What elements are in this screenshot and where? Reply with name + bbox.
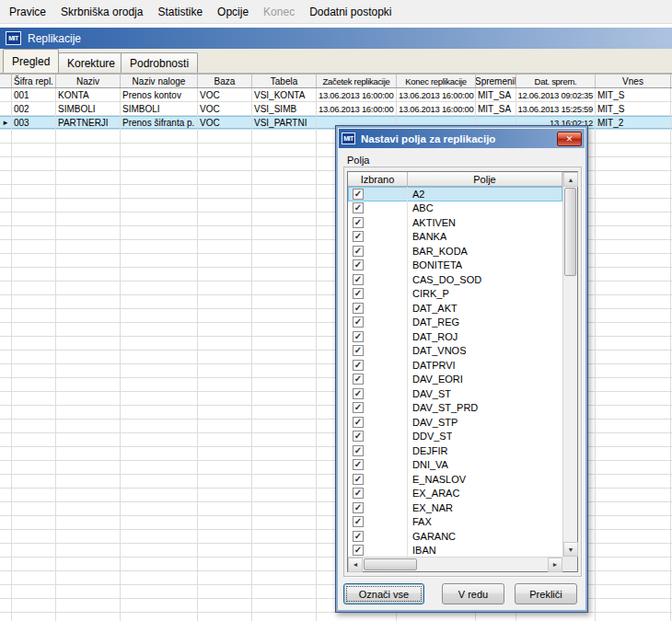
table-cell[interactable]: 003	[12, 116, 56, 129]
field-name[interactable]: DAT_AKT	[408, 303, 458, 314]
field-checkbox[interactable]: ✓	[353, 402, 364, 413]
field-name[interactable]: A2	[408, 189, 424, 200]
field-name[interactable]: DAT_VNOS	[408, 345, 466, 356]
field-name[interactable]: DAT_ROJ	[408, 331, 458, 342]
column-header-naziv[interactable]: Naziv	[56, 75, 121, 87]
field-checkbox[interactable]: ✓	[353, 417, 364, 428]
table-cell[interactable]: VSI_SIMB	[252, 102, 317, 115]
window-title-bar[interactable]: MIT Replikacije	[0, 28, 672, 49]
table-cell[interactable]: Prenos šifranta p.	[121, 116, 198, 129]
field-checkbox[interactable]: ✓	[353, 331, 364, 342]
button-označi-vse[interactable]: Označi vse	[343, 583, 424, 604]
column-header-začetek-replikacije[interactable]: Začetek replikacije	[317, 75, 397, 87]
field-row-abc[interactable]: ✓ABC	[348, 201, 562, 216]
field-row-bar-koda[interactable]: ✓BAR_KODA	[348, 244, 562, 259]
field-row-dat-vnos[interactable]: ✓DAT_VNOS	[348, 344, 562, 359]
field-checkbox[interactable]: ✓	[353, 516, 364, 527]
field-name[interactable]: CAS_DO_SOD	[408, 274, 481, 285]
field-checkbox[interactable]: ✓	[353, 202, 364, 213]
dialog-title-bar[interactable]: MIT Nastavi polja za replikacijo ✕	[339, 129, 585, 148]
field-checkbox[interactable]: ✓	[353, 246, 364, 257]
close-button[interactable]: ✕	[557, 132, 582, 146]
column-header-naziv-naloge[interactable]: Naziv naloge	[121, 75, 198, 87]
field-checkbox[interactable]: ✓	[353, 345, 364, 356]
table-cell[interactable]: MIT_SA	[476, 88, 516, 101]
table-cell[interactable]: PARTNERJI	[56, 116, 121, 129]
column-header-selector[interactable]	[0, 75, 12, 87]
field-row-dat-roj[interactable]: ✓DAT_ROJ	[348, 329, 562, 344]
field-checkbox[interactable]: ✓	[353, 303, 364, 314]
scroll-right-button[interactable]: ►	[548, 558, 562, 572]
field-row-ex-nar[interactable]: ✓EX_NAR	[348, 500, 562, 515]
menu-statistike[interactable]: Statistike	[150, 2, 210, 22]
column-header-dat-sprem-[interactable]: Dat. sprem.	[516, 75, 596, 87]
vertical-scrollbar[interactable]: ▲ ▼	[562, 172, 577, 557]
table-cell[interactable]: 13.06.2013 16:00:00	[317, 88, 397, 101]
table-cell[interactable]: SIMBOLI	[56, 102, 121, 115]
field-checkbox[interactable]: ✓	[353, 388, 364, 399]
field-row-dav-st-prd[interactable]: ✓DAV_ST_PRD	[348, 401, 562, 416]
table-cell[interactable]: 001	[12, 88, 56, 101]
field-name[interactable]: AKTIVEN	[408, 217, 456, 228]
vertical-scrollbar-thumb[interactable]	[564, 188, 576, 276]
field-row-ex-arac[interactable]: ✓EX_ARAC	[348, 487, 562, 501]
button-v-redu[interactable]: V redu	[442, 583, 504, 604]
scroll-left-button[interactable]: ◄	[348, 558, 363, 572]
column-header-baza[interactable]: Baza	[198, 75, 252, 87]
field-name[interactable]: DAT_REG	[408, 316, 459, 328]
field-name[interactable]: DATPRVI	[408, 360, 456, 371]
field-row-dav-st[interactable]: ✓DAV_ST	[348, 386, 562, 401]
field-row-banka[interactable]: ✓BANKA	[348, 230, 562, 245]
table-cell[interactable]: SIMBOLI	[121, 102, 198, 115]
table-cell[interactable]: 002	[12, 102, 56, 115]
field-checkbox[interactable]: ✓	[353, 445, 364, 456]
field-row-e-naslov[interactable]: ✓E_NASLOV	[348, 472, 562, 487]
horizontal-scrollbar-thumb[interactable]	[364, 558, 417, 570]
field-name[interactable]: GARANC	[408, 531, 456, 542]
field-row-boniteta[interactable]: ✓BONITETA	[348, 259, 562, 273]
field-name[interactable]: DNI_VA	[408, 459, 448, 470]
field-name[interactable]: IBAN	[408, 545, 436, 556]
menu-skrbniška-orodja[interactable]: Skrbniška orodja	[53, 2, 150, 22]
column-header-konec-replikacije[interactable]: Konec replikacije	[397, 75, 476, 87]
field-row-dni-va[interactable]: ✓DNI_VA	[348, 458, 562, 473]
table-cell[interactable]: 12.06.2013 09:02:35	[516, 88, 596, 101]
field-checkbox[interactable]: ✓	[353, 217, 364, 228]
field-row-cas-do-sod[interactable]: ✓CAS_DO_SOD	[348, 272, 562, 287]
field-name[interactable]: DAV_ST	[408, 388, 451, 399]
column-header-vnes[interactable]: Vnes	[596, 75, 671, 87]
field-name[interactable]: DAV_EORI	[408, 374, 463, 385]
field-checkbox[interactable]: ✓	[353, 360, 364, 371]
field-row-dat-reg[interactable]: ✓DAT_REG	[348, 316, 562, 330]
field-checkbox[interactable]: ✓	[353, 316, 364, 328]
field-checkbox[interactable]: ✓	[353, 502, 364, 513]
table-cell[interactable]: VSI_KONTA	[252, 88, 317, 101]
field-name[interactable]: CIRK_P	[408, 288, 449, 299]
row-selector-cell[interactable]	[0, 88, 12, 101]
field-name[interactable]: BANKA	[408, 231, 446, 242]
table-cell[interactable]: 13.06.2013 15:25:59	[516, 102, 596, 115]
tab-pregled[interactable]: Pregled	[3, 49, 59, 73]
field-row-garanc[interactable]: ✓GARANC	[348, 529, 562, 544]
table-cell[interactable]: 13.06.2013 16:00:00	[397, 102, 476, 115]
field-checkbox[interactable]: ✓	[353, 374, 364, 385]
menu-pravice[interactable]: Pravice	[2, 2, 53, 22]
field-checkbox[interactable]: ✓	[353, 231, 364, 242]
field-row-cirk-p[interactable]: ✓CIRK_P	[348, 287, 562, 302]
field-name[interactable]: DEJFIR	[408, 445, 448, 456]
table-cell[interactable]: MIT_S	[596, 88, 671, 101]
field-row-datprvi[interactable]: ✓DATPRVI	[348, 358, 562, 373]
scroll-down-button[interactable]: ▼	[563, 542, 578, 557]
field-row-dav-eori[interactable]: ✓DAV_EORI	[348, 373, 562, 387]
row-selector-cell[interactable]	[0, 102, 12, 115]
table-cell[interactable]: VOC	[198, 102, 252, 115]
table-cell[interactable]: MIT_SA	[476, 102, 516, 115]
table-cell[interactable]: VSI_PARTNI	[252, 116, 317, 129]
field-name[interactable]: E_NASLOV	[408, 474, 466, 485]
field-row-dejfir[interactable]: ✓DEJFIR	[348, 443, 562, 458]
field-name[interactable]: DAV_ST_PRD	[408, 402, 478, 413]
field-name[interactable]: DAV_STP	[408, 417, 458, 428]
column-header-spremenil[interactable]: Spremenil	[476, 75, 516, 87]
tab-podrobnosti[interactable]: Podrobnosti	[121, 52, 198, 73]
table-cell[interactable]: MIT_2	[596, 116, 671, 129]
